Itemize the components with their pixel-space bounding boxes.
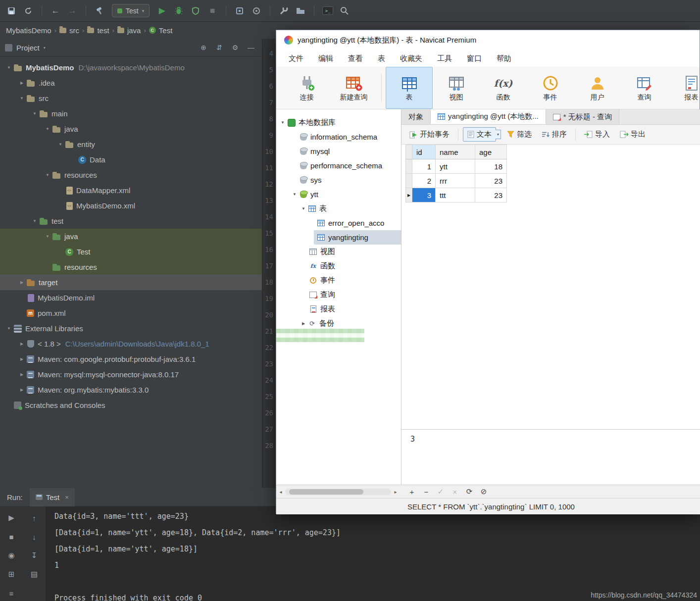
up-stack-trace-icon[interactable]: ↑ — [32, 514, 36, 522]
tree-item-main[interactable]: ▼main — [0, 106, 262, 121]
menu-tools[interactable]: 工具 — [430, 54, 459, 63]
breadcrumb-item-src[interactable]: src — [59, 26, 79, 35]
settings-gear-icon[interactable]: ⚙ — [229, 44, 241, 51]
tree-item-error-open-acc[interactable]: error_open_acco — [276, 216, 401, 230]
toolbar-extra-icon-2[interactable] — [249, 3, 264, 18]
column-header-age[interactable]: age — [475, 145, 507, 159]
forward-button[interactable]: → — [65, 3, 80, 18]
tree-item-jdk18[interactable]: ▶< 1.8 >C:\Users\admin\Downloads\Java\jd… — [0, 336, 262, 351]
tab-objects[interactable]: 对象 — [401, 109, 431, 124]
cell-age[interactable]: 18 — [475, 159, 507, 174]
build-hammer-button[interactable] — [92, 3, 107, 18]
tree-item-maven-mybatis[interactable]: ▶Maven: org.mybatis:mybatis:3.3.0 — [0, 382, 262, 398]
cell-id[interactable]: 1 — [412, 159, 436, 174]
tree-item-test[interactable]: ▼test — [0, 213, 262, 229]
tree-item-data-class[interactable]: Data — [0, 152, 262, 167]
column-header-id[interactable]: id — [412, 145, 436, 159]
tree-item-scratches[interactable]: Scratches and Consoles — [0, 398, 262, 413]
project-panel-title[interactable]: Project — [16, 44, 40, 52]
tree-item-queries[interactable]: 查询 — [276, 288, 401, 302]
print-icon[interactable]: ≡ — [9, 589, 14, 598]
console-output[interactable]: Data{id=3, name='ttt', age=23} [Data{id=… — [46, 506, 700, 601]
stop-button[interactable]: ⊘ — [480, 487, 488, 496]
cell-value-editor[interactable]: 3 — [401, 429, 700, 485]
hide-panel-icon[interactable]: — — [245, 44, 257, 51]
tree-item-java-main[interactable]: ▼java — [0, 121, 262, 137]
toolbar-extra-icon-1[interactable] — [232, 3, 247, 18]
tree-item-java-test[interactable]: ▼java — [0, 229, 262, 244]
tree-item-performance-schema[interactable]: performance_schema — [276, 158, 401, 173]
menu-favorites[interactable]: 收藏夹 — [393, 54, 430, 63]
breadcrumb-item-java[interactable]: java — [117, 26, 141, 35]
toolbar-view-button[interactable]: 视图 — [433, 67, 480, 109]
tree-item-resources-test[interactable]: resources — [0, 259, 262, 275]
sort-button[interactable]: 排序 — [538, 128, 571, 141]
menu-table[interactable]: 表 — [370, 54, 393, 63]
tree-item-mysql[interactable]: mysql — [276, 144, 401, 158]
tree-item-maven-mysql-connector[interactable]: ▶Maven: mysql:mysql-connector-java:8.0.1… — [0, 367, 262, 382]
tree-item-resources-main[interactable]: ▼resources — [0, 167, 262, 183]
collapse-all-icon[interactable]: ⇵ — [213, 44, 225, 51]
close-icon[interactable]: × — [65, 494, 69, 501]
tree-item-events[interactable]: 事件 — [276, 273, 401, 288]
tree-item-views[interactable]: 视图 — [276, 245, 401, 259]
grid-row-3-selected[interactable]: ▶ 3 ttt 23 — [406, 188, 507, 202]
soft-wrap-icon[interactable]: ↧ — [31, 551, 38, 560]
tree-item-datamapper-xml[interactable]: DataMapper.xml — [0, 183, 262, 198]
tree-item-ytt[interactable]: ▼ytt — [276, 187, 401, 201]
delete-record-button[interactable]: − — [422, 488, 430, 496]
tree-item-external-libraries[interactable]: ▼External Libraries — [0, 321, 262, 336]
project-structure-button[interactable] — [293, 3, 308, 18]
tree-item-reports[interactable]: 报表 — [276, 302, 401, 316]
tree-item-mybatisdemo-root[interactable]: ▼MybatisDemoD:\javaworkspace\MybatisDemo — [0, 60, 262, 75]
column-header-name[interactable]: name — [436, 145, 475, 159]
breadcrumb-item-class[interactable]: Test — [149, 26, 173, 35]
toolbar-event-button[interactable]: 事件 — [527, 67, 574, 109]
menu-file[interactable]: 文件 — [281, 54, 311, 63]
scrollbar-thumb[interactable] — [289, 489, 363, 495]
apply-changes-button[interactable]: ✓ — [437, 487, 445, 496]
tree-item-yangtingting[interactable]: yangtingting — [276, 230, 401, 245]
scroll-right-icon[interactable]: ▸ — [391, 489, 400, 495]
cell-name[interactable]: rrr — [436, 174, 475, 188]
discard-changes-button[interactable]: × — [451, 488, 459, 496]
tab-untitled-query[interactable]: * 无标题 - 查询 — [546, 109, 619, 124]
grid-row-2[interactable]: 2 rrr 23 — [406, 174, 507, 188]
menu-view[interactable]: 查看 — [341, 54, 370, 63]
cell-age[interactable]: 23 — [475, 174, 507, 188]
stop-button[interactable]: ■ — [205, 3, 220, 18]
breadcrumb-item-project[interactable]: MybatisDemo — [6, 26, 51, 35]
cell-name[interactable]: ttt — [436, 188, 475, 202]
toolbar-function-button[interactable]: f(x) 函数 — [480, 67, 527, 109]
menu-edit[interactable]: 编辑 — [311, 54, 341, 63]
tree-item-iml-file[interactable]: MybatisDemo.iml — [0, 290, 262, 305]
run-config-selector[interactable]: Test ▾ — [112, 4, 150, 17]
text-view-button[interactable]: 文本 — [463, 127, 496, 142]
import-button[interactable]: 导入 — [580, 128, 614, 141]
toolbar-connection-button[interactable]: 连接 — [283, 67, 330, 109]
menu-help[interactable]: 帮助 — [489, 54, 519, 63]
cell-age[interactable]: 23 — [475, 188, 507, 202]
tree-item-entity[interactable]: ▼entity — [0, 137, 262, 152]
tree-item-maven-protobuf[interactable]: ▶Maven: com.google.protobuf:protobuf-jav… — [0, 351, 262, 367]
rerun-icon[interactable]: ▶ — [8, 513, 14, 522]
menu-window[interactable]: 窗口 — [459, 54, 489, 63]
begin-transaction-button[interactable]: 开始事务 — [405, 128, 453, 141]
cell-name[interactable]: ytt — [436, 159, 475, 174]
tree-item-idea-folder[interactable]: ▶.idea — [0, 75, 262, 91]
export-button[interactable]: 导出 — [616, 128, 650, 141]
terminal-button[interactable]: >_ — [320, 3, 335, 18]
text-view-dropdown[interactable]: ▾ — [496, 130, 501, 139]
settings-wrench-button[interactable] — [276, 3, 291, 18]
save-button[interactable] — [4, 3, 19, 18]
coverage-button[interactable] — [188, 3, 203, 18]
toolbar-table-button[interactable]: 表 — [386, 67, 433, 109]
locate-file-icon[interactable]: ⊕ — [198, 44, 209, 51]
cell-id-selected[interactable]: 3 — [412, 188, 436, 202]
add-record-button[interactable]: + — [408, 488, 416, 496]
toolbar-query-button[interactable]: 查询 — [621, 67, 668, 109]
tree-horizontal-scrollbar[interactable]: ◂ ▸ — [276, 485, 400, 498]
tree-item-pom-xml[interactable]: pom.xml — [0, 305, 262, 321]
toolbar-new-query-button[interactable]: 新建查询 — [330, 67, 377, 109]
tree-item-test-class[interactable]: Test — [0, 244, 262, 259]
